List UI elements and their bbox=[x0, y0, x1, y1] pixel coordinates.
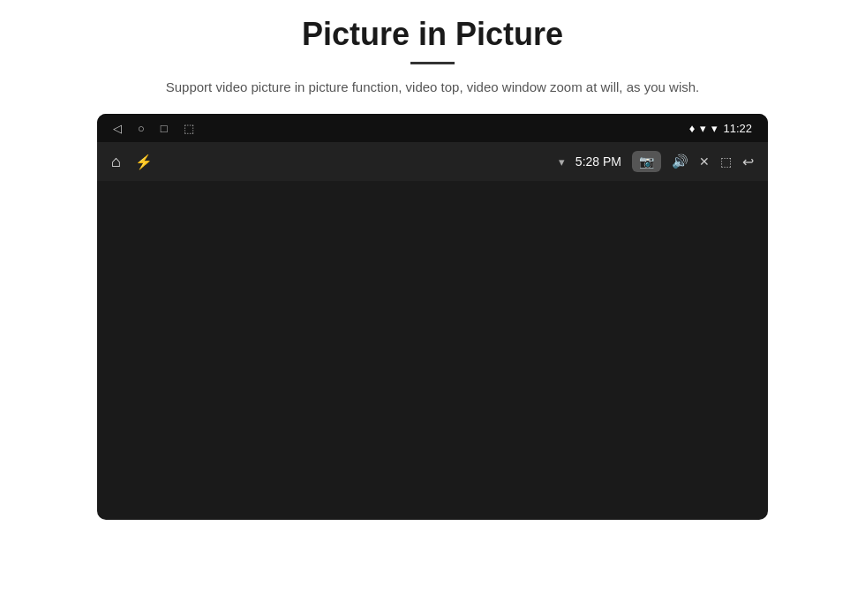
location-icon: ♦ bbox=[689, 122, 696, 135]
camera-icon[interactable]: 📷 bbox=[632, 151, 661, 172]
page-title: Picture in Picture bbox=[302, 16, 563, 53]
app-bar: ⌂ ⚡ ▾ 5:28 PM 📷 🔊 ✕ ⬚ ↩ bbox=[97, 142, 768, 181]
pip-icon[interactable]: ⬚ bbox=[720, 154, 732, 169]
wifi-status-icon: ▾ bbox=[559, 155, 565, 169]
app-bar-right: ▾ 5:28 PM 📷 🔊 ✕ ⬚ ↩ bbox=[559, 151, 754, 172]
title-divider bbox=[410, 62, 455, 64]
status-bar: ◁ ○ □ ⬚ ♦ ▾ ▾ 11:22 bbox=[97, 114, 768, 142]
app-bar-time: 5:28 PM bbox=[575, 154, 621, 169]
app-bar-left: ⌂ ⚡ bbox=[111, 153, 153, 171]
home-icon[interactable]: ⌂ bbox=[111, 153, 121, 171]
page-subtitle: Support video picture in picture functio… bbox=[166, 77, 699, 98]
back-app-icon[interactable]: ↩ bbox=[742, 154, 754, 170]
signal-icon: ▾ bbox=[711, 122, 718, 135]
wifi-icon: ▾ bbox=[700, 122, 706, 135]
status-time: 11:22 bbox=[723, 122, 752, 135]
status-bar-nav: ◁ ○ □ ⬚ bbox=[113, 122, 194, 135]
menu-icon[interactable]: ⬚ bbox=[184, 122, 194, 135]
device-frame: ◁ ○ □ ⬚ ♦ ▾ ▾ 11:22 ⌂ ⚡ ▾ 5:28 PM 📷 � bbox=[97, 114, 768, 520]
usb-icon: ⚡ bbox=[135, 154, 153, 170]
volume-icon[interactable]: 🔊 bbox=[672, 154, 688, 169]
page-wrapper: Picture in Picture Support video picture… bbox=[0, 0, 865, 616]
status-bar-status: ♦ ▾ ▾ 11:22 bbox=[689, 122, 752, 135]
home-circle-icon[interactable]: ○ bbox=[138, 122, 145, 135]
back-icon[interactable]: ◁ bbox=[113, 122, 122, 135]
recents-icon[interactable]: □ bbox=[161, 122, 168, 135]
close-icon[interactable]: ✕ bbox=[699, 154, 710, 169]
